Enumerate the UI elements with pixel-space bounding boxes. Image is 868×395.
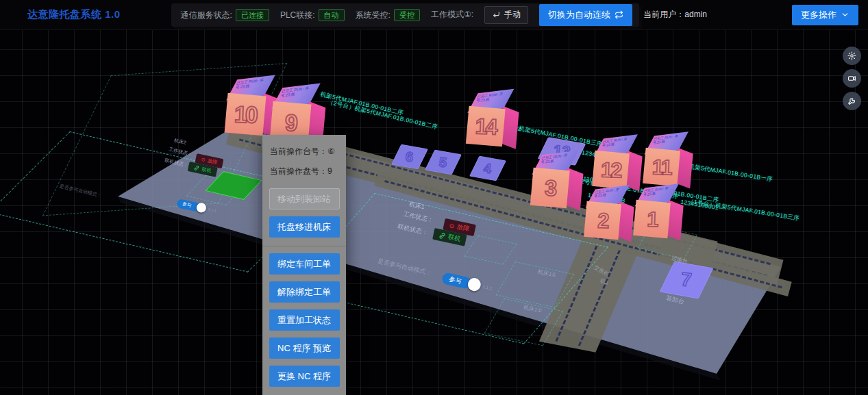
pallet-tile-6[interactable]: 6 (391, 144, 428, 170)
pallet-tile-4[interactable]: 4 (469, 156, 506, 181)
unbind-workorder-button[interactable]: 解除绑定工单 (269, 281, 340, 303)
pallet-context-menu: 当前操作台号：⑥ 当前操作盘号：9 移动到装卸站 托盘移进机床 绑定车间工单 解… (262, 135, 346, 395)
pallet-into-machine-button[interactable]: 托盘移进机床 (269, 216, 340, 238)
menu-separator (262, 246, 346, 246)
more-actions-button[interactable]: 更多操作 (792, 5, 858, 25)
app-title: 达意隆托盘系统 1.0 (27, 8, 121, 21)
pallet-cube-1[interactable]: 已完工 RUN↑ 序号:23,栈 1 (634, 186, 687, 241)
wrench-icon (847, 97, 856, 105)
pallet-cube-11[interactable]: 已完工 RUN↑ 序号:21,栈 11 (644, 133, 697, 189)
manual-mode-button[interactable]: 手动 (484, 6, 528, 24)
camera-fab[interactable] (843, 69, 861, 88)
bind-workorder-button[interactable]: 绑定车间工单 (269, 253, 340, 275)
cube-front-face: 14 (466, 106, 506, 147)
top-bar: 达意隆托盘系统 1.0 通信服务状态:已连接 PLC联接:自动 系统受控:受控 … (0, 0, 868, 30)
move-to-dock-button: 移动到装卸站 (269, 188, 340, 209)
enter-arrow-icon (492, 10, 501, 19)
station-number-value: ⑥ (327, 146, 335, 156)
nc-program-preview-button[interactable]: NC 程序 预览 (269, 337, 340, 359)
annotation: （2号台）机架5代MJAF.01B.00-01B二序 (327, 99, 438, 132)
status-comm: 通信服务状态:已连接 (181, 8, 269, 21)
annotation: （1号台）机架5代MJAF.01B.00-01B三序 (687, 197, 800, 223)
pallet-cube-14[interactable]: 已完工 RUN↑ 序号:23,栈 14 (467, 90, 523, 149)
video-camera-icon (847, 74, 856, 83)
pallet-number-row: 当前操作盘号：9 (262, 162, 346, 181)
chevron-down-icon (841, 10, 850, 19)
cube-front-face: 1 (633, 200, 671, 238)
cube-front-face: 3 (530, 168, 570, 209)
settings-fab[interactable] (843, 47, 861, 65)
status-badge-plc: 自动 (319, 9, 345, 21)
switch-auto-button[interactable]: 切换为自动连续 (539, 4, 632, 26)
pallet-cube-3[interactable]: 已完工 RUN↑ 序号:23,栈 3 (532, 152, 588, 211)
station-number-row: 当前操作台号：⑥ (262, 142, 346, 162)
status-bar: 通信服务状态:已连接 PLC联接:自动 系统受控:受控 工作模式①: 手动 切换… (171, 3, 639, 27)
repeat-icon (615, 10, 623, 19)
link-icon (193, 165, 199, 171)
gear-icon (847, 51, 856, 60)
status-plc: PLC联接:自动 (280, 8, 345, 21)
cube-front-face: 11 (643, 148, 680, 186)
cube-front-face: 10 (225, 93, 266, 136)
alarm-icon: ⊙ (449, 222, 455, 229)
link-icon (438, 231, 447, 240)
change-nc-program-button[interactable]: 更换 NC 程序 (269, 366, 340, 387)
pallet-tile-5[interactable]: 5 (425, 150, 462, 175)
status-badge-controlled: 受控 (394, 9, 420, 21)
scene-viewport[interactable]: 机床2 工作状态： 联机状态： ⊙故障 联机 是否参与自动模式： 参与 1,1,… (0, 30, 868, 395)
reset-machining-status-button[interactable]: 重置加工状态 (269, 309, 340, 331)
cube-front-face: 2 (584, 201, 621, 240)
toggle-suffix: 1,1,1 (482, 284, 493, 291)
pallet-cube-2[interactable]: 已完工 RUN↑ 序号:23,栈 2 (585, 187, 638, 242)
tools-fab[interactable] (843, 92, 861, 110)
toggle-suffix: 1,1,1 (208, 207, 216, 213)
alarm-icon: ⊙ (201, 157, 206, 163)
status-controlled: 系统受控:受控 (356, 8, 420, 21)
current-user-value: admin (684, 10, 707, 19)
work-mode-label: 工作模式①: (431, 9, 473, 21)
toggle-knob[interactable] (196, 202, 208, 214)
current-user: 当前用户：admin (643, 9, 707, 21)
status-badge-connected: 已连接 (236, 9, 269, 21)
pallet-number-value: 9 (327, 166, 332, 176)
pallet-cube-12[interactable]: 已完工 RUN↑ 序号:23,栈 12 (593, 136, 646, 192)
cube-front-face: 12 (592, 151, 630, 189)
